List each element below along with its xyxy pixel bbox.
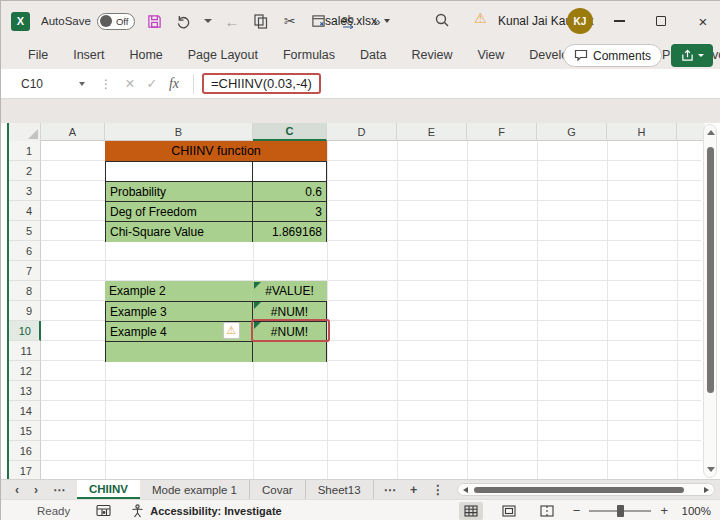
share-button[interactable]	[671, 44, 713, 67]
zoom-slider-thumb[interactable]	[617, 505, 624, 517]
save-icon[interactable]	[146, 12, 164, 30]
cell-b9[interactable]: Example 3	[106, 302, 253, 321]
cancel-icon[interactable]: ×	[119, 73, 141, 95]
tab-page-layout[interactable]: Page Layout	[188, 48, 258, 62]
column-header-f[interactable]: F	[467, 123, 537, 141]
cell-b2[interactable]	[106, 162, 253, 181]
prev-sheet-icon[interactable]: ‹	[15, 483, 19, 497]
row-header-8[interactable]: 8	[9, 281, 41, 301]
tab-insert[interactable]: Insert	[73, 48, 104, 62]
enter-icon[interactable]: ✓	[141, 73, 163, 95]
next-sheet-icon[interactable]: ›	[34, 483, 38, 497]
row-header-14[interactable]: 14	[9, 401, 41, 421]
page-break-view-button[interactable]	[535, 502, 559, 520]
zoom-slider[interactable]	[589, 510, 651, 512]
row-header-4[interactable]: 4	[9, 201, 41, 221]
scroll-up-icon[interactable]	[707, 130, 715, 135]
tab-review[interactable]: Review	[411, 48, 452, 62]
row-header-9[interactable]: 9	[9, 301, 41, 321]
cell-b5[interactable]: Chi-Square Value	[106, 222, 253, 242]
cut-icon[interactable]: ✂	[281, 12, 299, 30]
sheet-options-icon[interactable]: ⋮	[431, 482, 444, 497]
tab-home[interactable]: Home	[129, 48, 162, 62]
scroll-down-icon[interactable]	[707, 467, 715, 472]
alert-icon[interactable]: ⚠	[474, 10, 487, 26]
sheet-tab-sheet13[interactable]: Sheet13	[306, 480, 374, 499]
column-header-h[interactable]: H	[607, 123, 677, 141]
zoom-out-button[interactable]: −	[573, 503, 581, 518]
scroll-left-icon[interactable]	[463, 487, 468, 493]
comments-button[interactable]: Comments	[563, 44, 662, 67]
autosave-toggle[interactable]: Off	[97, 13, 135, 30]
minimize-button[interactable]	[605, 7, 633, 35]
row-header-3[interactable]: 3	[9, 181, 41, 201]
column-header-b[interactable]: B	[105, 123, 253, 141]
undo-icon[interactable]	[175, 12, 193, 30]
column-header-g[interactable]: G	[537, 123, 607, 141]
name-box[interactable]: C10	[13, 73, 93, 95]
row-header-6[interactable]: 6	[9, 241, 41, 261]
row-header-2[interactable]: 2	[9, 161, 41, 181]
cell-c3[interactable]: 0.6	[253, 182, 326, 201]
row-header-5[interactable]: 5	[9, 221, 41, 241]
insert-function-icon[interactable]: fx	[163, 73, 185, 95]
cell-b11[interactable]	[106, 342, 253, 362]
column-header-d[interactable]: D	[327, 123, 397, 141]
tab-data[interactable]: Data	[360, 48, 386, 62]
row-header-11[interactable]: 11	[9, 341, 41, 361]
page-layout-view-button[interactable]	[497, 502, 521, 520]
all-sheets-icon[interactable]: ⋯	[53, 483, 65, 497]
cell-b8[interactable]: Example 2	[105, 281, 252, 301]
row-header-7[interactable]: 7	[9, 261, 41, 281]
new-sheet-icon[interactable]: +	[410, 483, 417, 497]
cell-b1-title[interactable]: CHIINV function	[105, 141, 327, 161]
cell-c8[interactable]: #VALUE!	[252, 281, 327, 301]
row-header-1[interactable]: 1	[9, 141, 41, 161]
cell-b4[interactable]: Deg of Freedom	[106, 202, 253, 221]
close-button[interactable]: ×	[689, 7, 717, 35]
row-header-10[interactable]: 10	[9, 321, 41, 341]
zoom-level-label[interactable]: 100%	[677, 505, 711, 517]
zoom-in-button[interactable]: +	[660, 503, 668, 518]
accessibility-icon[interactable]	[131, 504, 144, 518]
scroll-right-icon[interactable]	[704, 487, 709, 493]
horizontal-scrollbar[interactable]	[457, 483, 715, 496]
row-header-13[interactable]: 13	[9, 381, 41, 401]
cell-c5[interactable]: 1.869168	[253, 222, 326, 242]
normal-view-button[interactable]	[459, 502, 483, 520]
formula-input[interactable]: =CHIINV(0.03,-4)	[202, 73, 321, 94]
vertical-scrollbar[interactable]	[703, 124, 717, 478]
row-header-17[interactable]: 17	[9, 461, 41, 479]
row-header-16[interactable]: 16	[9, 441, 41, 461]
cell-b3[interactable]: Probability	[106, 182, 253, 201]
search-icon[interactable]	[434, 12, 450, 32]
row-header-15[interactable]: 15	[9, 421, 41, 441]
document-title[interactable]: sales.xlsx	[325, 1, 390, 41]
cell-c2[interactable]	[253, 162, 326, 181]
maximize-button[interactable]	[647, 7, 675, 35]
macro-record-icon[interactable]	[96, 504, 111, 517]
sheet-tab-chiinv[interactable]: CHIINV	[77, 480, 140, 499]
horizontal-scroll-thumb[interactable]	[474, 487, 684, 493]
accessibility-status-label[interactable]: Accessibility: Investigate	[150, 505, 281, 517]
copy-icon[interactable]	[252, 12, 270, 30]
cell-c11[interactable]	[253, 342, 326, 362]
more-sheets-icon[interactable]: ⋯	[384, 482, 397, 497]
sheet-tab-mode-example-1[interactable]: Mode example 1	[140, 480, 250, 499]
name-box-value: C10	[21, 77, 43, 91]
cell-c4[interactable]: 3	[253, 202, 326, 221]
column-header-e[interactable]: E	[397, 123, 467, 141]
column-header-c[interactable]: C	[253, 123, 327, 141]
column-header-a[interactable]: A	[41, 123, 105, 141]
tab-view[interactable]: View	[477, 48, 504, 62]
autosave-control[interactable]: AutoSave Off	[41, 13, 135, 30]
undo-chevron-icon[interactable]	[204, 19, 212, 23]
avatar[interactable]: KJ	[567, 8, 593, 34]
tab-file[interactable]: File	[28, 48, 48, 62]
error-checking-warning-icon[interactable]: ⚠	[223, 322, 240, 339]
sheet-tab-covar[interactable]: Covar	[250, 480, 306, 499]
vertical-scroll-thumb[interactable]	[707, 147, 714, 393]
select-all-corner[interactable]	[9, 123, 41, 141]
tab-formulas[interactable]: Formulas	[283, 48, 335, 62]
row-header-12[interactable]: 12	[9, 361, 41, 381]
